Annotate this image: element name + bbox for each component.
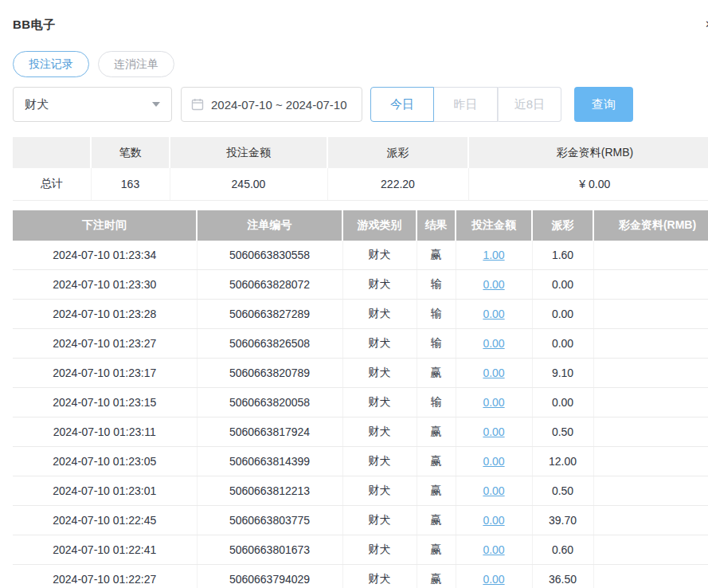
cell-game-type: 财犬 xyxy=(342,300,417,329)
summary-total-label: 总计 xyxy=(13,168,91,200)
header-order-id: 注单编号 xyxy=(197,210,342,241)
cell-payout: 0.50 xyxy=(532,417,593,447)
cell-bet-time: 2024-07-10 01:23:11 xyxy=(13,417,197,447)
bet-amount-link[interactable]: 0.00 xyxy=(483,543,504,556)
tab-bet-records[interactable]: 投注记录 xyxy=(13,51,89,77)
bet-amount-link[interactable]: 0.00 xyxy=(483,573,504,586)
bet-table-body: 2024-07-10 01:23:34 5060663830558 财犬 赢 1… xyxy=(13,241,708,588)
cell-payout: 1.60 xyxy=(532,241,593,270)
cell-result: 输 xyxy=(417,270,456,300)
bet-table: 下注时间 注单编号 游戏类别 结果 投注金额 派彩 彩金资料(RMB) 2024… xyxy=(13,210,708,588)
close-icon[interactable]: ✕ xyxy=(705,19,708,29)
bet-amount-link[interactable]: 0.00 xyxy=(483,396,504,409)
cell-bonus xyxy=(593,417,708,447)
summary-total-count: 163 xyxy=(91,168,170,200)
date-range-input[interactable]: 2024-07-10 ~ 2024-07-10 xyxy=(181,87,362,122)
summary-header-blank xyxy=(13,137,91,168)
cell-result: 赢 xyxy=(417,476,456,506)
bet-amount-link[interactable]: 0.00 xyxy=(483,455,504,468)
filter-bar: 财犬 2024-07-10 ~ 2024-07-10 今日 昨日 近8日 查询 xyxy=(13,87,708,122)
bet-amount-link[interactable]: 0.00 xyxy=(483,278,504,291)
header-result: 结果 xyxy=(417,210,456,241)
cell-bet-time: 2024-07-10 01:23:28 xyxy=(13,300,197,329)
quick-date-button-group: 今日 昨日 近8日 xyxy=(370,87,561,122)
bet-amount-link[interactable]: 0.00 xyxy=(483,484,504,497)
cell-bet-time: 2024-07-10 01:23:27 xyxy=(13,329,197,359)
cell-bonus xyxy=(593,565,708,588)
search-button[interactable]: 查询 xyxy=(574,87,633,122)
cell-result: 输 xyxy=(417,300,456,329)
last8days-button[interactable]: 近8日 xyxy=(498,87,561,122)
summary-header-payout: 派彩 xyxy=(327,137,468,168)
bet-amount-link[interactable]: 0.00 xyxy=(483,337,504,350)
bet-table-container: 下注时间 注单编号 游戏类别 结果 投注金额 派彩 彩金资料(RMB) 2024… xyxy=(13,210,708,588)
cell-bet-amount: 0.00 xyxy=(456,417,532,447)
cell-bet-amount: 0.00 xyxy=(456,388,532,417)
cell-bet-amount: 1.00 xyxy=(456,241,532,270)
cell-bonus xyxy=(593,241,708,270)
game-select[interactable]: 财犬 xyxy=(13,87,172,122)
cell-bet-amount: 0.00 xyxy=(456,359,532,388)
table-row: 2024-07-10 01:23:11 5060663817924 财犬 赢 0… xyxy=(13,417,708,447)
table-row: 2024-07-10 01:22:27 5060663794029 财犬 赢 0… xyxy=(13,565,708,588)
cell-order-id: 5060663812213 xyxy=(197,476,342,506)
cell-bet-time: 2024-07-10 01:22:41 xyxy=(13,535,197,565)
cell-bonus xyxy=(593,476,708,506)
summary-header-bet-amount: 投注金额 xyxy=(170,137,327,168)
cell-bet-time: 2024-07-10 01:23:15 xyxy=(13,388,197,417)
cell-bonus xyxy=(593,359,708,388)
cell-order-id: 5060663828072 xyxy=(197,270,342,300)
chevron-down-icon xyxy=(152,102,160,107)
cell-payout: 9.10 xyxy=(532,359,593,388)
page-container: BB电子 ✕ 投注记录 连消注单 财犬 2024-07-10 ~ 2024-07… xyxy=(0,0,708,588)
cell-bet-amount: 0.00 xyxy=(456,447,532,476)
cell-payout: 0.00 xyxy=(532,388,593,417)
cell-order-id: 5060663830558 xyxy=(197,241,342,270)
cell-bet-time: 2024-07-10 01:23:05 xyxy=(13,447,197,476)
cell-result: 输 xyxy=(417,329,456,359)
cell-payout: 0.00 xyxy=(532,300,593,329)
yesterday-button[interactable]: 昨日 xyxy=(434,87,498,122)
cell-bonus xyxy=(593,329,708,359)
cell-bonus xyxy=(593,506,708,535)
today-button[interactable]: 今日 xyxy=(370,87,434,122)
header-game-type: 游戏类别 xyxy=(342,210,417,241)
cell-order-id: 5060663817924 xyxy=(197,417,342,447)
cell-game-type: 财犬 xyxy=(342,447,417,476)
cell-payout: 0.00 xyxy=(532,329,593,359)
cell-order-id: 5060663827289 xyxy=(197,300,342,329)
cell-bet-amount: 0.00 xyxy=(456,506,532,535)
table-row: 2024-07-10 01:23:01 5060663812213 财犬 赢 0… xyxy=(13,476,708,506)
bet-amount-link[interactable]: 1.00 xyxy=(483,249,504,261)
cell-result: 赢 xyxy=(417,359,456,388)
cell-result: 赢 xyxy=(417,417,456,447)
table-row: 2024-07-10 01:23:05 5060663814399 财犬 赢 0… xyxy=(13,447,708,476)
bet-amount-link[interactable]: 0.00 xyxy=(483,367,504,379)
cell-result: 赢 xyxy=(417,241,456,270)
cell-game-type: 财犬 xyxy=(342,535,417,565)
cell-bet-time: 2024-07-10 01:23:34 xyxy=(13,241,197,270)
bet-amount-link[interactable]: 0.00 xyxy=(483,425,504,438)
bet-amount-link[interactable]: 0.00 xyxy=(483,308,504,320)
summary-total-bet-amount: 245.00 xyxy=(170,168,327,200)
summary-header-count: 笔数 xyxy=(91,137,170,168)
game-select-value: 财犬 xyxy=(25,97,49,112)
cell-game-type: 财犬 xyxy=(342,359,417,388)
cell-order-id: 5060663820058 xyxy=(197,388,342,417)
cell-bet-amount: 0.00 xyxy=(456,565,532,588)
cell-bet-time: 2024-07-10 01:23:30 xyxy=(13,270,197,300)
summary-header-row: 笔数 投注金额 派彩 彩金资料(RMB) xyxy=(13,137,708,168)
cell-bet-time: 2024-07-10 01:23:01 xyxy=(13,476,197,506)
tab-cancelled-orders[interactable]: 连消注单 xyxy=(98,51,174,77)
cell-bonus xyxy=(593,535,708,565)
cell-payout: 36.50 xyxy=(532,565,593,588)
summary-table-container: 笔数 投注金额 派彩 彩金资料(RMB) 总计 163 245.00 222.2… xyxy=(13,137,708,201)
summary-header-bonus: 彩金资料(RMB) xyxy=(468,137,708,168)
cell-bet-amount: 0.00 xyxy=(456,535,532,565)
bet-amount-link[interactable]: 0.00 xyxy=(483,514,504,527)
cell-game-type: 财犬 xyxy=(342,329,417,359)
table-row: 2024-07-10 01:23:34 5060663830558 财犬 赢 1… xyxy=(13,241,708,270)
header-payout: 派彩 xyxy=(532,210,593,241)
summary-table: 笔数 投注金额 派彩 彩金资料(RMB) 总计 163 245.00 222.2… xyxy=(13,137,708,201)
cell-bonus xyxy=(593,270,708,300)
